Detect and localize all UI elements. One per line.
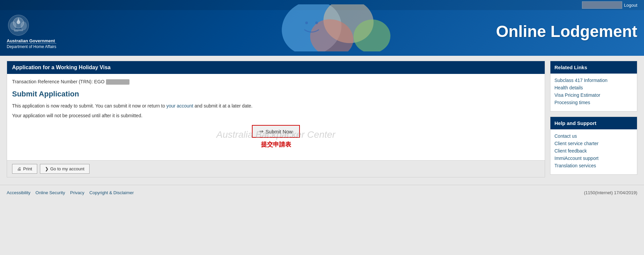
submit-desc1: This application is now ready to submit.… — [12, 102, 540, 110]
main-content: Application for a Working Holiday Visa T… — [7, 61, 545, 177]
svg-point-4 — [10, 22, 16, 30]
submit-note: Your application will not be processed u… — [12, 113, 540, 118]
header-input-area: Logout — [582, 1, 637, 9]
chevron-right-icon: ❯ — [45, 166, 49, 171]
list-item: Visa Pricing Estimator — [554, 92, 633, 98]
list-item: Translation services — [554, 163, 633, 168]
content-layout: Application for a Working Holiday Visa T… — [7, 61, 637, 180]
list-item: Client feedback — [554, 148, 633, 154]
contact-us-link[interactable]: Contact us — [554, 133, 577, 139]
application-section-title: Application for a Working Holiday Visa — [7, 61, 545, 74]
header-input-field[interactable] — [582, 1, 622, 9]
footer-info: (1150(Internet) 17/04/2019) — [584, 190, 637, 195]
footer-links: Accessibility Online Security Privacy Co… — [7, 190, 134, 195]
immiaccount-support-link[interactable]: ImmiAccount support — [554, 156, 599, 161]
chinese-label: 提交申請表 — [12, 140, 540, 148]
list-item: Processing times — [554, 100, 633, 105]
svg-point-3 — [17, 20, 20, 24]
logo-area: ★★★ Australian Government Department of … — [7, 13, 56, 49]
svg-point-12 — [305, 22, 308, 24]
trn-label: Transaction Reference Number (TRN): EGO — [12, 79, 105, 84]
list-item: ImmiAccount support — [554, 156, 633, 161]
header-main: ★★★ Australian Government Department of … — [0, 10, 644, 56]
logout-link[interactable]: Logout — [624, 3, 637, 8]
client-service-charter-link[interactable]: Client service charter — [554, 141, 599, 146]
list-item: Client service charter — [554, 141, 633, 146]
svg-point-5 — [21, 22, 27, 30]
submit-now-button[interactable]: ⇒ Submit Now — [252, 125, 300, 138]
account-link[interactable]: your account — [166, 103, 193, 109]
print-button[interactable]: 🖨 Print — [12, 164, 37, 174]
submit-title: Submit Application — [12, 90, 540, 98]
submit-btn-wrapper: ⇒ Submit Now — [12, 125, 540, 138]
main-wrapper: Application for a Working Holiday Visa T… — [0, 56, 644, 185]
svg-point-13 — [315, 22, 318, 24]
processing-times-link[interactable]: Processing times — [554, 100, 590, 105]
related-links-title: Related Links — [550, 61, 637, 74]
subclass-417-link[interactable]: Subclass 417 Information — [554, 78, 607, 83]
help-support-list: Contact us Client service charter Client… — [550, 129, 637, 174]
online-security-link[interactable]: Online Security — [36, 190, 65, 195]
visa-pricing-link[interactable]: Visa Pricing Estimator — [554, 92, 600, 98]
go-to-account-button[interactable]: ❯ Go to my account — [40, 164, 90, 174]
related-links-section: Related Links Subclass 417 Information H… — [550, 61, 637, 112]
translation-services-link[interactable]: Translation services — [554, 163, 596, 168]
decorative-blobs — [56, 14, 496, 48]
blobs-svg — [245, 4, 412, 51]
client-feedback-link[interactable]: Client feedback — [554, 148, 587, 154]
help-support-section: Help and Support Contact us Client servi… — [550, 117, 637, 175]
page-title: Online Lodgement — [496, 22, 637, 41]
gov-name: Australian Government — [7, 38, 55, 43]
bottom-buttons: 🖨 Print ❯ Go to my account — [7, 160, 545, 177]
accessibility-link[interactable]: Accessibility — [7, 190, 31, 195]
header: Logout ★★★ Australian Government Departm… — [0, 0, 644, 56]
svg-text:★★★: ★★★ — [14, 30, 18, 32]
print-label: Print — [23, 166, 32, 171]
privacy-link[interactable]: Privacy — [70, 190, 85, 195]
submit-btn-label: Submit Now — [266, 129, 293, 134]
trn-redacted — [106, 79, 129, 85]
account-label: Go to my account — [50, 166, 85, 171]
health-details-link[interactable]: Health details — [554, 85, 583, 90]
sidebar: Related Links Subclass 417 Information H… — [550, 61, 637, 180]
gov-crest-icon: ★★★ — [7, 13, 30, 37]
list-item: Contact us — [554, 133, 633, 139]
content-body: Transaction Reference Number (TRN): EGO … — [7, 74, 545, 160]
submit-arrow-icon: ⇒ — [259, 128, 264, 134]
dept-name: Department of Home Affairs — [7, 43, 56, 49]
related-links-list: Subclass 417 Information Health details … — [550, 74, 637, 111]
print-icon: 🖨 — [17, 166, 21, 171]
trn-line: Transaction Reference Number (TRN): EGO — [12, 79, 540, 85]
list-item: Subclass 417 Information — [554, 78, 633, 83]
help-support-title: Help and Support — [550, 117, 637, 129]
list-item: Health details — [554, 85, 633, 90]
footer: Accessibility Online Security Privacy Co… — [0, 185, 644, 200]
copyright-link[interactable]: Copyright & Disclaimer — [90, 190, 134, 195]
